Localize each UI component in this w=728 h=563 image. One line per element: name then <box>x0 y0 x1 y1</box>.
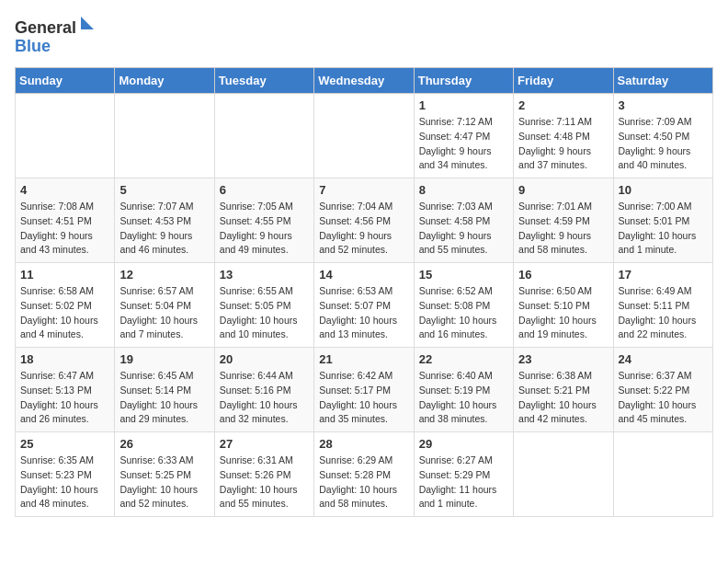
day-number: 10 <box>619 183 708 197</box>
day-info: Sunrise: 6:37 AM Sunset: 5:22 PM Dayligh… <box>619 369 708 427</box>
day-info: Sunrise: 6:45 AM Sunset: 5:14 PM Dayligh… <box>119 369 209 427</box>
day-info: Sunrise: 6:49 AM Sunset: 5:11 PM Dayligh… <box>619 284 708 342</box>
day-number: 20 <box>220 352 309 366</box>
day-info: Sunrise: 6:55 AM Sunset: 5:05 PM Dayligh… <box>220 284 309 342</box>
calendar-cell <box>214 94 313 178</box>
calendar-cell: 21Sunrise: 6:42 AM Sunset: 5:17 PM Dayli… <box>314 348 414 432</box>
calendar-cell: 24Sunrise: 6:37 AM Sunset: 5:22 PM Dayli… <box>613 348 712 432</box>
day-info: Sunrise: 7:07 AM Sunset: 4:53 PM Dayligh… <box>119 200 209 258</box>
calendar-cell: 7Sunrise: 7:04 AM Sunset: 4:56 PM Daylig… <box>314 178 414 263</box>
day-number: 19 <box>119 352 209 366</box>
day-number: 4 <box>20 183 109 197</box>
weekday-header: Monday <box>115 68 214 94</box>
day-number: 5 <box>119 183 209 197</box>
day-number: 3 <box>619 98 708 112</box>
day-info: Sunrise: 6:35 AM Sunset: 5:23 PM Dayligh… <box>20 454 109 511</box>
day-info: Sunrise: 6:40 AM Sunset: 5:19 PM Dayligh… <box>419 369 508 427</box>
day-info: Sunrise: 6:33 AM Sunset: 5:25 PM Dayligh… <box>119 454 209 511</box>
day-info: Sunrise: 6:53 AM Sunset: 5:07 PM Dayligh… <box>319 284 408 342</box>
weekday-header: Saturday <box>613 68 712 94</box>
day-number: 11 <box>20 268 109 282</box>
day-info: Sunrise: 7:01 AM Sunset: 4:59 PM Dayligh… <box>518 200 608 258</box>
calendar-week-row: 11Sunrise: 6:58 AM Sunset: 5:02 PM Dayli… <box>16 263 713 348</box>
calendar-cell: 10Sunrise: 7:00 AM Sunset: 5:01 PM Dayli… <box>613 178 712 263</box>
calendar-cell: 27Sunrise: 6:31 AM Sunset: 5:26 PM Dayli… <box>214 432 313 517</box>
calendar-cell: 8Sunrise: 7:03 AM Sunset: 4:58 PM Daylig… <box>414 178 513 263</box>
calendar-week-row: 18Sunrise: 6:47 AM Sunset: 5:13 PM Dayli… <box>16 348 713 432</box>
weekday-header: Thursday <box>414 68 513 94</box>
day-info: Sunrise: 7:03 AM Sunset: 4:58 PM Dayligh… <box>419 200 508 258</box>
svg-text:General: General <box>15 18 76 37</box>
calendar-cell: 19Sunrise: 6:45 AM Sunset: 5:14 PM Dayli… <box>115 348 214 432</box>
day-info: Sunrise: 6:31 AM Sunset: 5:26 PM Dayligh… <box>220 454 309 511</box>
day-number: 8 <box>419 183 508 197</box>
day-number: 17 <box>619 268 708 282</box>
day-number: 14 <box>319 268 408 282</box>
weekday-header: Wednesday <box>314 68 414 94</box>
calendar-cell: 20Sunrise: 6:44 AM Sunset: 5:16 PM Dayli… <box>214 348 313 432</box>
calendar-cell: 26Sunrise: 6:33 AM Sunset: 5:25 PM Dayli… <box>115 432 214 517</box>
day-number: 26 <box>119 437 209 451</box>
calendar-week-row: 4Sunrise: 7:08 AM Sunset: 4:51 PM Daylig… <box>16 178 713 263</box>
calendar-cell: 2Sunrise: 7:11 AM Sunset: 4:48 PM Daylig… <box>514 94 613 178</box>
day-number: 1 <box>419 98 508 112</box>
day-info: Sunrise: 6:52 AM Sunset: 5:08 PM Dayligh… <box>419 284 508 342</box>
day-number: 22 <box>419 352 508 366</box>
day-number: 28 <box>319 437 408 451</box>
weekday-header: Tuesday <box>214 68 313 94</box>
day-info: Sunrise: 6:29 AM Sunset: 5:28 PM Dayligh… <box>319 454 408 511</box>
header: GeneralBlue <box>15 15 713 56</box>
calendar-cell: 3Sunrise: 7:09 AM Sunset: 4:50 PM Daylig… <box>613 94 712 178</box>
calendar-cell <box>314 94 414 178</box>
calendar-cell <box>115 94 214 178</box>
calendar-cell: 1Sunrise: 7:12 AM Sunset: 4:47 PM Daylig… <box>414 94 513 178</box>
logo-icon: GeneralBlue <box>15 15 97 56</box>
day-info: Sunrise: 7:00 AM Sunset: 5:01 PM Dayligh… <box>619 200 708 258</box>
day-number: 21 <box>319 352 408 366</box>
day-number: 25 <box>20 437 109 451</box>
calendar-cell: 14Sunrise: 6:53 AM Sunset: 5:07 PM Dayli… <box>314 263 414 348</box>
weekday-header-row: SundayMondayTuesdayWednesdayThursdayFrid… <box>16 68 713 94</box>
calendar-cell: 22Sunrise: 6:40 AM Sunset: 5:19 PM Dayli… <box>414 348 513 432</box>
day-number: 16 <box>518 268 608 282</box>
day-number: 29 <box>419 437 508 451</box>
weekday-header: Sunday <box>16 68 115 94</box>
day-info: Sunrise: 6:57 AM Sunset: 5:04 PM Dayligh… <box>119 284 209 342</box>
day-number: 24 <box>619 352 708 366</box>
calendar-table: SundayMondayTuesdayWednesdayThursdayFrid… <box>15 67 713 517</box>
weekday-header: Friday <box>514 68 613 94</box>
day-info: Sunrise: 7:09 AM Sunset: 4:50 PM Dayligh… <box>619 115 708 173</box>
calendar-cell: 17Sunrise: 6:49 AM Sunset: 5:11 PM Dayli… <box>613 263 712 348</box>
calendar-cell: 9Sunrise: 7:01 AM Sunset: 4:59 PM Daylig… <box>514 178 613 263</box>
day-number: 6 <box>220 183 309 197</box>
day-info: Sunrise: 6:38 AM Sunset: 5:21 PM Dayligh… <box>518 369 608 427</box>
day-number: 27 <box>220 437 309 451</box>
day-info: Sunrise: 7:08 AM Sunset: 4:51 PM Dayligh… <box>20 200 109 258</box>
day-info: Sunrise: 6:42 AM Sunset: 5:17 PM Dayligh… <box>319 369 408 427</box>
calendar-cell: 11Sunrise: 6:58 AM Sunset: 5:02 PM Dayli… <box>16 263 115 348</box>
day-info: Sunrise: 6:58 AM Sunset: 5:02 PM Dayligh… <box>20 284 109 342</box>
calendar-cell: 18Sunrise: 6:47 AM Sunset: 5:13 PM Dayli… <box>16 348 115 432</box>
day-info: Sunrise: 7:04 AM Sunset: 4:56 PM Dayligh… <box>319 200 408 258</box>
day-info: Sunrise: 6:47 AM Sunset: 5:13 PM Dayligh… <box>20 369 109 427</box>
day-number: 7 <box>319 183 408 197</box>
day-number: 23 <box>518 352 608 366</box>
day-info: Sunrise: 7:12 AM Sunset: 4:47 PM Dayligh… <box>419 115 508 173</box>
calendar-cell <box>613 432 712 517</box>
calendar-week-row: 25Sunrise: 6:35 AM Sunset: 5:23 PM Dayli… <box>16 432 713 517</box>
day-info: Sunrise: 7:11 AM Sunset: 4:48 PM Dayligh… <box>518 115 608 173</box>
day-info: Sunrise: 6:50 AM Sunset: 5:10 PM Dayligh… <box>518 284 608 342</box>
calendar-cell: 4Sunrise: 7:08 AM Sunset: 4:51 PM Daylig… <box>16 178 115 263</box>
calendar-cell: 13Sunrise: 6:55 AM Sunset: 5:05 PM Dayli… <box>214 263 313 348</box>
day-info: Sunrise: 7:05 AM Sunset: 4:55 PM Dayligh… <box>220 200 309 258</box>
calendar-cell <box>514 432 613 517</box>
logo: GeneralBlue <box>15 15 97 56</box>
calendar-cell: 15Sunrise: 6:52 AM Sunset: 5:08 PM Dayli… <box>414 263 513 348</box>
calendar-cell: 25Sunrise: 6:35 AM Sunset: 5:23 PM Dayli… <box>16 432 115 517</box>
day-number: 9 <box>518 183 608 197</box>
svg-text:Blue: Blue <box>15 37 51 55</box>
calendar-cell: 23Sunrise: 6:38 AM Sunset: 5:21 PM Dayli… <box>514 348 613 432</box>
calendar-cell: 5Sunrise: 7:07 AM Sunset: 4:53 PM Daylig… <box>115 178 214 263</box>
calendar-cell: 16Sunrise: 6:50 AM Sunset: 5:10 PM Dayli… <box>514 263 613 348</box>
day-number: 2 <box>518 98 608 112</box>
